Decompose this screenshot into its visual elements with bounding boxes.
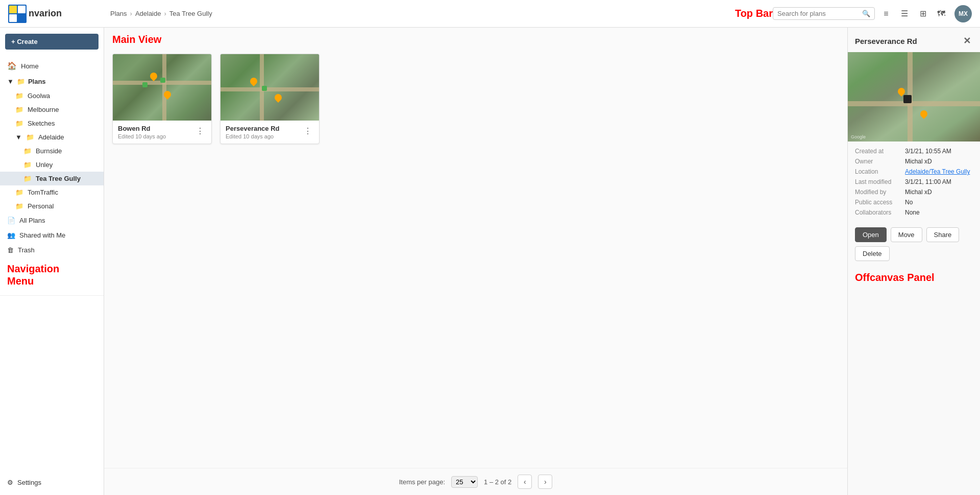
logo-icon <box>8 5 27 23</box>
detail-value-owner: Michal xD <box>905 158 973 165</box>
svg-rect-2 <box>18 6 26 13</box>
sidebar-label-goolwa: Goolwa <box>28 92 50 100</box>
sidebar-label-allplans: All Plans <box>19 217 45 224</box>
folder-icon-unley: 📁 <box>23 161 32 169</box>
panel-close-button[interactable]: ✕ <box>961 35 973 47</box>
nav-section: 🏠 Home ▼ 📁 Plans 📁 Goolwa 📁 Melbourne 📁 … <box>0 58 104 257</box>
sidebar-item-unley[interactable]: 📁 Unley <box>0 158 104 172</box>
sidebar: + Create 🏠 Home ▼ 📁 Plans 📁 Goolwa 📁 Mel… <box>0 28 104 495</box>
card-footer-bowen-rd: Bowen Rd Edited 10 days ago ⋮ <box>113 121 211 144</box>
breadcrumb-teatreegully[interactable]: Tea Tree Gully <box>169 10 212 17</box>
sidebar-item-adelaide[interactable]: ▼ 📁 Adelaide <box>0 130 104 144</box>
sidebar-item-melbourne[interactable]: 📁 Melbourne <box>0 103 104 116</box>
plan-card-bowen-rd[interactable]: Bowen Rd Edited 10 days ago ⋮ <box>112 54 212 144</box>
sidebar-item-home[interactable]: 🏠 Home <box>0 58 104 74</box>
panel-title: Perseverance Rd <box>855 37 917 45</box>
card-menu-button-bowen-rd[interactable]: ⋮ <box>194 125 206 137</box>
card-thumbnail-perseverance-rd <box>220 54 319 121</box>
offcanvas-debug-label: Offcanvas Panel <box>855 271 973 284</box>
avatar[interactable]: MX <box>954 5 972 22</box>
search-box[interactable]: 🔍 <box>773 7 875 20</box>
sidebar-label-adelaide: Adelaide <box>38 133 64 141</box>
sidebar-item-burnside[interactable]: 📁 Burnside <box>0 144 104 158</box>
detail-row-modifiedby: Modified by Michal xD <box>855 188 973 196</box>
next-page-button[interactable]: › <box>538 475 552 489</box>
gear-icon: ⚙ <box>7 479 13 486</box>
sidebar-item-settings[interactable]: ⚙ Settings <box>0 475 104 490</box>
filter-icon[interactable]: ≡ <box>879 7 893 21</box>
document-icon: 📄 <box>7 217 15 224</box>
breadcrumb-adelaide[interactable]: Adelaide <box>135 10 161 17</box>
sidebar-item-sharedwithme[interactable]: 👥 Shared with Me <box>0 228 104 243</box>
folder-icon-plans: 📁 <box>17 78 25 85</box>
sidebar-item-plans[interactable]: ▼ 📁 Plans <box>0 74 104 89</box>
main-layout: + Create 🏠 Home ▼ 📁 Plans 📁 Goolwa 📁 Mel… <box>0 28 980 495</box>
map-background <box>113 54 211 121</box>
sidebar-label-tomtraffic: TomTraffic <box>28 188 58 196</box>
detail-row-lastmodified: Last modified 3/1/21, 11:00 AM <box>855 178 973 185</box>
open-button[interactable]: Open <box>855 227 887 242</box>
delete-button[interactable]: Delete <box>855 246 890 261</box>
sidebar-item-tomtraffic[interactable]: 📁 TomTraffic <box>0 185 104 199</box>
create-button[interactable]: + Create <box>5 34 99 50</box>
topbar-debug-label: Top Bar <box>735 8 773 19</box>
prev-page-button[interactable]: ‹ <box>518 475 532 489</box>
folder-icon-tomtraffic: 📁 <box>15 188 23 196</box>
card-footer-perseverance-rd: Perseverance Rd Edited 10 days ago ⋮ <box>220 121 319 144</box>
sidebar-item-sketches[interactable]: 📁 Sketches <box>0 116 104 130</box>
detail-row-collaborators: Collaborators None <box>855 209 973 216</box>
grid-view-icon[interactable]: ⊞ <box>916 7 930 21</box>
detail-label-modifiedby: Modified by <box>855 188 901 196</box>
list-view-icon[interactable]: ☰ <box>897 7 912 21</box>
items-per-page-select[interactable]: 10 25 50 100 <box>451 476 478 488</box>
sidebar-label-settings: Settings <box>17 479 41 486</box>
top-bar: nvarion Plans › Adelaide › Tea Tree Gull… <box>0 0 980 28</box>
chevron-down-icon-adelaide: ▼ <box>15 133 22 141</box>
logo: nvarion <box>8 5 110 23</box>
plan-card-perseverance-rd[interactable]: Perseverance Rd Edited 10 days ago ⋮ <box>220 54 320 144</box>
sidebar-item-allplans[interactable]: 📄 All Plans <box>0 213 104 228</box>
trash-icon: 🗑 <box>7 246 14 254</box>
sidebar-divider <box>0 295 104 296</box>
breadcrumb-plans[interactable]: Plans <box>110 10 127 17</box>
move-button[interactable]: Move <box>891 227 922 242</box>
offcanvas-panel: Perseverance Rd ✕ Google Created at 3/1/… <box>847 28 980 495</box>
sidebar-item-goolwa[interactable]: 📁 Goolwa <box>0 89 104 103</box>
detail-value-modifiedby: Michal xD <box>905 188 973 196</box>
sidebar-item-trash[interactable]: 🗑 Trash <box>0 243 104 257</box>
sidebar-label-sharedwithme: Shared with Me <box>19 231 65 239</box>
breadcrumb: Plans › Adelaide › Tea Tree Gully <box>110 10 725 17</box>
panel-map-bg <box>848 52 980 142</box>
panel-details: Created at 3/1/21, 10:55 AM Owner Michal… <box>848 142 980 222</box>
svg-rect-3 <box>9 14 17 22</box>
detail-row-location: Location Adelaide/Tea Tree Gully <box>855 168 973 175</box>
share-button[interactable]: Share <box>926 227 960 242</box>
sidebar-item-personal[interactable]: 📁 Personal <box>0 199 104 213</box>
detail-value-publicaccess: No <box>905 199 973 206</box>
main-debug-label: Main View <box>112 34 839 45</box>
svg-rect-4 <box>18 14 26 22</box>
sidebar-item-teatreegully[interactable]: 📁 Tea Tree Gully <box>0 172 104 185</box>
card-edited-perseverance-rd: Edited 10 days ago <box>226 133 280 139</box>
pagination-range: 1 – 2 of 2 <box>484 478 511 486</box>
detail-value-location[interactable]: Adelaide/Tea Tree Gully <box>905 168 973 175</box>
search-input[interactable] <box>777 10 862 17</box>
folder-icon-teatreegully: 📁 <box>23 175 32 182</box>
search-icon: 🔍 <box>862 10 870 17</box>
map-background-2 <box>220 54 319 121</box>
nav-debug-label: NavigationMenu <box>7 263 96 287</box>
sidebar-label-personal: Personal <box>28 202 54 210</box>
detail-value-created: 3/1/21, 10:55 AM <box>905 148 973 155</box>
panel-map-preview: Google <box>848 52 980 142</box>
detail-label-owner: Owner <box>855 158 901 165</box>
card-thumbnail-bowen-rd <box>113 54 211 121</box>
card-menu-button-perseverance-rd[interactable]: ⋮ <box>302 125 314 137</box>
detail-label-collaborators: Collaborators <box>855 209 901 216</box>
panel-map-marker-dark <box>903 95 912 103</box>
map-view-icon[interactable]: 🗺 <box>934 7 948 21</box>
content-area: Main View Bowen Rd <box>104 28 847 495</box>
detail-row-owner: Owner Michal xD <box>855 158 973 165</box>
card-title-bowen-rd: Bowen Rd <box>118 125 166 132</box>
sidebar-label-trash: Trash <box>18 246 35 254</box>
panel-map-road-h <box>848 101 980 106</box>
